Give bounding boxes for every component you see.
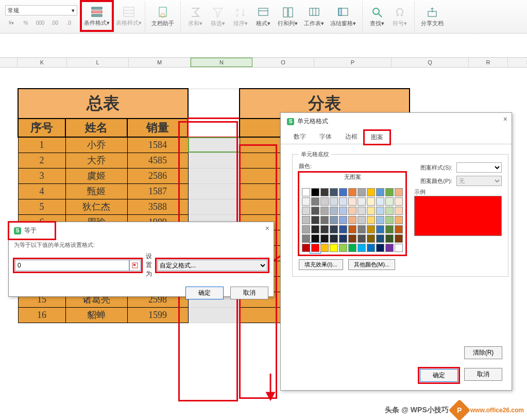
color-swatch[interactable] — [348, 234, 356, 243]
share-button[interactable]: 分享文档 — [418, 2, 447, 31]
color-swatch[interactable] — [376, 197, 384, 206]
color-swatch[interactable] — [320, 188, 329, 196]
range-picker-icon[interactable] — [129, 260, 141, 271]
color-swatch[interactable] — [339, 244, 347, 252]
color-swatch[interactable] — [339, 216, 347, 224]
color-swatch[interactable] — [395, 207, 403, 215]
color-swatch[interactable] — [302, 188, 310, 196]
number-format-select[interactable]: 常规▾ — [5, 5, 77, 15]
cell-cancel-button[interactable]: 取消 — [464, 368, 502, 381]
color-swatch[interactable] — [385, 197, 394, 206]
color-swatch[interactable] — [302, 207, 310, 215]
color-swatch[interactable] — [367, 188, 375, 196]
color-swatch[interactable] — [358, 225, 366, 233]
close-icon[interactable]: × — [503, 115, 507, 123]
color-swatch[interactable] — [320, 234, 329, 243]
color-swatch[interactable] — [376, 225, 384, 233]
color-swatch[interactable] — [311, 197, 319, 206]
color-swatch[interactable] — [311, 216, 319, 224]
color-swatch[interactable] — [395, 216, 403, 224]
color-swatch[interactable] — [330, 244, 338, 252]
color-swatch[interactable] — [311, 225, 319, 233]
table-style-button[interactable]: 表格样式▾ — [113, 1, 145, 31]
table-row[interactable]: 16貂蝉15991 — [18, 307, 249, 323]
color-swatch[interactable] — [348, 207, 356, 215]
color-swatch[interactable] — [358, 216, 366, 224]
color-swatch[interactable] — [330, 216, 338, 224]
worksheet-button[interactable]: 工作表▾ — [301, 2, 327, 31]
dec-decimal-icon[interactable]: .0 — [63, 18, 75, 28]
table-row[interactable]: 4甄姬15871 — [18, 183, 249, 199]
color-swatch[interactable] — [320, 216, 329, 224]
color-swatch[interactable] — [376, 188, 384, 196]
color-swatch[interactable] — [339, 225, 347, 233]
color-swatch[interactable] — [358, 188, 366, 196]
sum-button[interactable]: 求和▾ — [184, 2, 207, 31]
equals-cancel-button[interactable]: 取消 — [230, 287, 268, 299]
table-row[interactable]: 5狄仁杰35881 — [18, 199, 249, 214]
sheet-area[interactable]: 总表 序号 姓名 销量 1小乔158402大乔458513虞姬258614甄姬1… — [0, 68, 527, 85]
color-swatch[interactable] — [358, 244, 366, 252]
filter-button[interactable]: 筛选▾ — [207, 2, 229, 31]
currency-icon[interactable]: ¥▾ — [5, 18, 18, 28]
color-swatch[interactable] — [320, 207, 329, 215]
color-swatch[interactable] — [348, 197, 356, 206]
color-swatch[interactable] — [302, 234, 310, 243]
sort-button[interactable]: AZ 排序▾ — [229, 2, 252, 31]
color-swatch[interactable] — [367, 225, 375, 233]
color-swatch[interactable] — [358, 207, 366, 215]
doc-helper-button[interactable]: 文档助手 — [148, 2, 177, 31]
color-swatch[interactable] — [302, 225, 310, 233]
color-swatch[interactable] — [339, 207, 347, 215]
color-swatch[interactable] — [395, 188, 403, 196]
color-swatch[interactable] — [385, 244, 394, 252]
color-swatch[interactable] — [358, 197, 366, 206]
color-swatch[interactable] — [385, 207, 394, 215]
column-headers[interactable]: K L M N O P Q R S T — [0, 57, 527, 68]
color-swatch[interactable] — [385, 234, 394, 243]
tab-border[interactable]: 边框 — [338, 130, 364, 144]
pattern-style-select[interactable] — [456, 162, 502, 173]
tab-number[interactable]: 数字 — [287, 130, 313, 144]
table-row[interactable]: 2大乔45851 — [18, 153, 249, 168]
color-swatch[interactable] — [330, 225, 338, 233]
color-swatch[interactable] — [302, 216, 310, 224]
color-swatch[interactable] — [311, 234, 319, 243]
equals-format-select[interactable]: 自定义格式... — [157, 260, 267, 271]
color-swatch[interactable] — [339, 234, 347, 243]
color-swatch[interactable] — [358, 234, 366, 243]
color-swatch[interactable] — [311, 244, 319, 252]
color-swatch[interactable] — [376, 234, 384, 243]
color-swatch[interactable] — [311, 207, 319, 215]
find-button[interactable]: 查找▾ — [366, 2, 388, 31]
other-color-button[interactable]: 其他颜色(M)... — [348, 259, 396, 270]
color-swatch[interactable] — [367, 197, 375, 206]
comma-icon[interactable]: 000 — [34, 18, 46, 28]
color-swatch[interactable] — [367, 216, 375, 224]
color-swatch[interactable] — [367, 234, 375, 243]
cell-ok-button[interactable]: 确定 — [420, 369, 458, 382]
color-swatch[interactable] — [330, 188, 338, 196]
inc-decimal-icon[interactable]: .00 — [48, 18, 61, 28]
color-swatch[interactable] — [302, 244, 310, 252]
color-swatch[interactable] — [348, 188, 356, 196]
color-swatch[interactable] — [376, 207, 384, 215]
pattern-color-select[interactable]: 无 — [456, 176, 502, 186]
tab-pattern[interactable]: 图案 — [364, 130, 390, 144]
color-swatch[interactable] — [330, 197, 338, 206]
color-swatch[interactable] — [376, 244, 384, 252]
conditional-format-button[interactable]: 条件格式▾ — [81, 1, 113, 31]
color-palette[interactable] — [299, 185, 406, 255]
color-swatch[interactable] — [385, 216, 394, 224]
rowcol-button[interactable]: 行和列▾ — [275, 2, 301, 31]
equals-value-input[interactable] — [15, 260, 129, 271]
color-swatch[interactable] — [367, 244, 375, 252]
color-swatch[interactable] — [311, 188, 319, 196]
symbol-button[interactable]: 符号▾ — [388, 2, 411, 31]
color-swatch[interactable] — [330, 234, 338, 243]
color-swatch[interactable] — [320, 244, 329, 252]
color-swatch[interactable] — [395, 234, 403, 243]
percent-icon[interactable]: % — [20, 18, 32, 28]
color-swatch[interactable] — [395, 244, 403, 252]
close-icon[interactable]: × — [265, 224, 269, 232]
